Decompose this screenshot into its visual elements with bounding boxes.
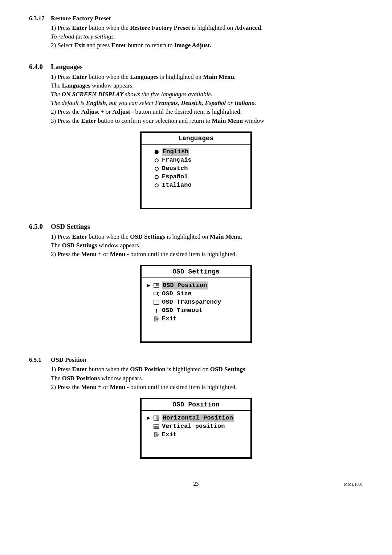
panel-item[interactable]: OSD Timeout	[147, 307, 247, 315]
panel-item-label: Exit	[162, 315, 177, 323]
body-line: 2) Press the Adjust + or Adjust - button…	[51, 108, 363, 116]
svg-rect-5	[154, 300, 159, 304]
body-line: To reload factory settings.	[51, 33, 363, 41]
panel-item-label: Italiano	[162, 181, 192, 189]
panel-item[interactable]: Exit	[147, 315, 247, 323]
cursor-icon: ▶	[147, 415, 151, 421]
page-number: 23	[73, 481, 319, 488]
radio-filled	[153, 150, 160, 154]
panel-item[interactable]: OSD Transparency	[147, 298, 247, 306]
section-6-5-1: 6.5.1 OSD Position 1) Press Enter button…	[29, 356, 363, 459]
panel-item[interactable]: ▶OSD Position	[147, 281, 247, 289]
body-line: 3) Press the Enter button to confirm you…	[51, 117, 363, 125]
heading-title: OSD Settings	[51, 222, 90, 231]
heading: 6.5.1 OSD Position	[29, 356, 363, 364]
cursor-icon: ▶	[147, 282, 151, 289]
doc-code: MML1801	[319, 482, 363, 487]
panel-title: OSD Position	[142, 399, 250, 411]
body-line: The default is English, but you can sele…	[51, 99, 363, 107]
panel-item-label: OSD Timeout	[162, 307, 203, 315]
body-line: The ON SCREEN DISPLAY shows the five lan…	[51, 90, 363, 98]
svg-rect-11	[157, 417, 158, 420]
svg-rect-1	[156, 284, 158, 285]
body-line: 1) Press Enter button when the OSD Posit…	[51, 365, 363, 373]
vpos-icon	[153, 424, 160, 429]
heading: 6.5.0 OSD Settings	[29, 222, 363, 231]
panel-item-label: Vertical position	[162, 422, 225, 430]
languages-panel: Languages EnglishFrançaisDeustchEspañolI…	[140, 131, 252, 210]
panel-title: Languages	[142, 133, 250, 145]
body-line: The OSD Settings window appears.	[51, 242, 363, 250]
panel-item[interactable]: English	[147, 148, 247, 156]
panel-body: ▶Horizontal PositionVertical positionExi…	[142, 411, 250, 457]
panel-item-label: Exit	[162, 431, 177, 439]
body-line: The Languages window appears.	[51, 82, 363, 90]
heading: 6.3.17 Restore Factory Preset	[29, 15, 363, 23]
section-6-4-0: 6.4.0 Languages 1) Press Enter button wh…	[29, 62, 363, 209]
panel-item[interactable]: OSD Size	[147, 290, 247, 298]
svg-rect-2	[154, 292, 158, 295]
body: 1) Press Enter button when the OSD Setti…	[51, 233, 363, 258]
panel-body: ▶OSD PositionOSD SizeOSD TransparencyOSD…	[142, 278, 250, 341]
svg-point-7	[156, 311, 157, 313]
section-6-3-17: 6.3.17 Restore Factory Preset 1) Press E…	[29, 15, 363, 49]
panel-item-label: Deustch	[162, 165, 188, 173]
heading-number: 6.3.17	[29, 15, 51, 23]
hpos-icon	[153, 416, 160, 421]
panel-item-label: English	[162, 148, 189, 156]
panel-item-label: OSD Size	[162, 290, 192, 298]
page-footer: 23 MML1801	[29, 481, 363, 488]
svg-line-4	[158, 295, 159, 296]
body-line: 1) Press Enter button when the Restore F…	[51, 24, 363, 32]
svg-line-3	[158, 292, 159, 293]
body: 1) Press Enter button when the Languages…	[51, 73, 363, 125]
body: 1) Press Enter button when the OSD Posit…	[51, 365, 363, 391]
panel-item[interactable]: Exit	[147, 431, 247, 439]
osd-size-icon	[153, 291, 160, 296]
panel-item-label: Español	[162, 173, 188, 181]
radio-empty	[153, 158, 160, 162]
panel-item-label: OSD Position	[162, 281, 208, 289]
panel-item[interactable]: Italiano	[147, 181, 247, 189]
osd-position-panel: OSD Position ▶Horizontal PositionVertica…	[140, 398, 252, 459]
radio-empty	[153, 167, 160, 171]
panel-item[interactable]: Français	[147, 156, 247, 164]
osd-trans-icon	[153, 300, 160, 305]
osd-timeout-icon	[153, 308, 160, 313]
radio-empty	[153, 175, 160, 179]
svg-marker-9	[157, 318, 159, 320]
body-line: 2) Select Exit and press Enter button to…	[51, 41, 363, 49]
body-line: 2) Press the Menu + or Menu - button unt…	[51, 250, 363, 258]
heading-number: 6.5.1	[29, 356, 51, 364]
svg-rect-13	[155, 426, 158, 428]
panel-body: EnglishFrançaisDeustchEspañolItaliano	[142, 145, 250, 208]
heading-number: 6.5.0	[29, 222, 51, 231]
svg-marker-15	[157, 434, 159, 436]
exit-icon	[153, 316, 160, 321]
heading-title: Languages	[51, 62, 83, 72]
heading-title: OSD Position	[51, 356, 86, 364]
osd-settings-panel: OSD Settings ▶OSD PositionOSD SizeOSD Tr…	[140, 265, 252, 343]
body: 1) Press Enter button when the Restore F…	[51, 24, 363, 49]
section-6-5-0: 6.5.0 OSD Settings 1) Press Enter button…	[29, 222, 363, 343]
osd-position-icon	[153, 283, 160, 288]
heading: 6.4.0 Languages	[29, 62, 363, 72]
panel-item-label: OSD Transparency	[162, 298, 221, 306]
exit-icon	[153, 432, 160, 437]
panel-item[interactable]: Deustch	[147, 165, 247, 173]
body-line: 1) Press Enter button when the Languages…	[51, 73, 363, 81]
panel-title: OSD Settings	[142, 266, 250, 278]
body-line: 2) Press the Menu + or Menu - button unt…	[51, 383, 363, 391]
radio-empty	[153, 183, 160, 187]
panel-item[interactable]: ▶Horizontal Position	[147, 414, 247, 422]
body-line: 1) Press Enter button when the OSD Setti…	[51, 233, 363, 241]
panel-item[interactable]: Español	[147, 173, 247, 181]
heading-number: 6.4.0	[29, 62, 51, 72]
heading-title: Restore Factory Preset	[51, 15, 111, 23]
panel-item[interactable]: Vertical position	[147, 422, 247, 430]
panel-item-label: Français	[162, 156, 192, 164]
panel-item-label: Horizontal Position	[162, 414, 234, 422]
body-line: The OSD Positions window appears.	[51, 374, 363, 382]
